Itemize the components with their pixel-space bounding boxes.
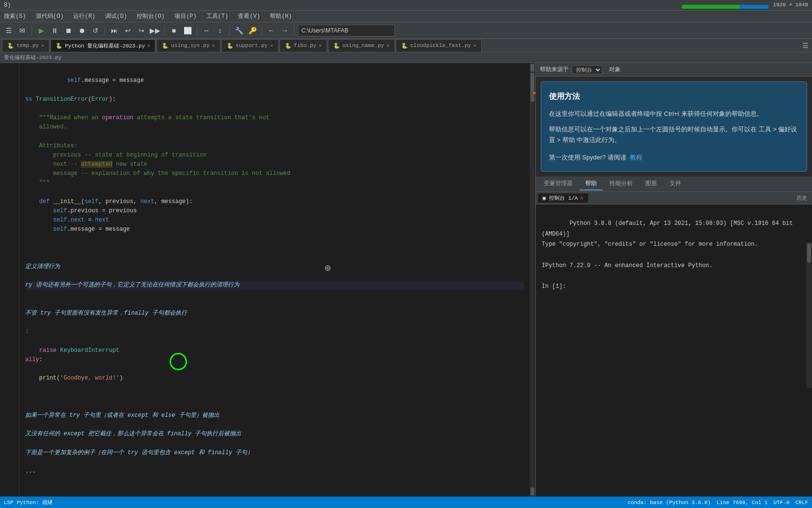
menu-view[interactable]: 查看(V) xyxy=(236,11,262,21)
tab-label-fibo: fibo.py xyxy=(294,43,316,48)
tab-icon-temp: 🐍 xyxy=(7,43,14,49)
tab-using-sys[interactable]: 🐍 using_sys.py ✕ xyxy=(156,39,220,52)
panel-tab-files[interactable]: 文件 xyxy=(664,177,687,190)
console-line5 xyxy=(542,272,545,279)
console-tab-1a[interactable]: ▣ 控制台 1/A ✕ xyxy=(538,193,588,203)
tab-label-temp: temp.py xyxy=(16,43,39,48)
file-path-bar: 量化编程基础-2023.py xyxy=(0,52,812,63)
title-bar: 8) 1920 × 1048 xyxy=(0,0,812,11)
tab-close-uname[interactable]: ✕ xyxy=(387,43,390,48)
panel-tab-varmanager[interactable]: 变量管理器 xyxy=(538,177,578,190)
toolbar: ☰ ✉ ▶ ⏸ ⏹ ⏺ ↺ ⏭ ↩ ↪ ▶▶ ■ ⬜ ↔ ↕ 🔧 🔑 ← → xyxy=(0,22,812,39)
title-text: 8) xyxy=(4,2,11,9)
tab-cloudpickle[interactable]: 🐍 cloudpickle_fast.py ✕ xyxy=(396,39,482,52)
status-encoding: UTF-8 xyxy=(774,500,790,506)
history-button[interactable]: 历史 xyxy=(794,193,810,203)
scroll-thumb[interactable] xyxy=(531,73,534,102)
menu-search[interactable]: 搜索(S) xyxy=(2,11,28,21)
toolbar-sep-2 xyxy=(105,26,105,35)
main-layout: self.message = message ss TransitionErro… xyxy=(0,63,812,496)
toolbar-sep-1 xyxy=(31,26,32,35)
toolbar-back[interactable]: ← xyxy=(265,25,277,36)
path-input[interactable] xyxy=(298,25,395,36)
console-line4: IPython 7.22.0 -- An enhanced Interactiv… xyxy=(542,262,713,269)
help-tutorial-link[interactable]: 教程 xyxy=(630,154,642,161)
right-scroll-thumb[interactable] xyxy=(807,243,811,263)
menu-project[interactable]: 项目(P) xyxy=(172,11,199,21)
term-icon: ▣ xyxy=(543,195,546,201)
toolbar-record-btn[interactable]: ⏺ xyxy=(76,25,88,36)
toolbar-forward[interactable]: → xyxy=(279,25,291,36)
tab-icon-cp: 🐍 xyxy=(401,43,408,49)
tab-support[interactable]: 🐍 support.py ✕ xyxy=(221,39,279,52)
tab-close-support[interactable]: ✕ xyxy=(270,43,273,48)
resolution-text: 1920 × 1048 xyxy=(773,2,808,9)
tab-icon-uname: 🐍 xyxy=(333,43,340,49)
tab-icon-support: 🐍 xyxy=(227,43,234,49)
tab-close-main[interactable]: ✕ xyxy=(147,43,150,48)
tab-close-temp[interactable]: ✕ xyxy=(41,43,44,48)
tab-using-name[interactable]: 🐍 using_name.py ✕ xyxy=(328,39,395,52)
tab-main[interactable]: 🐍 Python 量化编程基础-2023.py ✕ xyxy=(50,39,156,52)
panel-tab-plots[interactable]: 图形 xyxy=(640,177,663,190)
tab-menu-button[interactable]: ☰ xyxy=(800,41,810,50)
tab-close-fibo[interactable]: ✕ xyxy=(319,43,322,48)
toolbar-pause-btn[interactable]: ⏸ xyxy=(49,25,61,36)
menu-tools[interactable]: 工具(T) xyxy=(204,11,231,21)
menu-console[interactable]: 控制台(O) xyxy=(135,11,167,21)
toolbar-clear[interactable]: ⬜ xyxy=(182,25,193,36)
toolbar-step-out[interactable]: ↪ xyxy=(136,25,147,36)
scroll-down-btn[interactable] xyxy=(531,488,534,495)
status-lsp: LSP Python: 就绪 xyxy=(4,499,53,506)
toolbar-stop-debug[interactable]: ■ xyxy=(168,25,180,36)
tab-label-main: Python 量化编程基础-2023.py xyxy=(65,42,145,49)
toolbar-stop-btn[interactable]: ⏹ xyxy=(62,25,74,36)
toolbar-run-btn[interactable]: ▶ xyxy=(35,25,47,36)
right-scrollbar[interactable] xyxy=(806,242,812,388)
right-panel: 帮助来源于 控制台 对象 使用方法 在这里你可以通过在编辑器或者终端中按 Ctr… xyxy=(536,63,812,496)
tab-temp[interactable]: 🐍 temp.py ✕ xyxy=(2,39,49,52)
help-source-select[interactable]: 控制台 xyxy=(572,65,602,74)
help-source-label: 帮助来源于 xyxy=(540,65,569,74)
toolbar-sep-4 xyxy=(197,26,197,35)
console-tabs: ▣ 控制台 1/A ✕ 历史 xyxy=(536,192,812,205)
help-tooltip-title: 使用方法 xyxy=(549,90,799,103)
toolbar-settings[interactable]: 🔧 xyxy=(233,25,245,36)
menu-bar: 搜索(S) 源代码(O) 运行(R) 调试(D) 控制台(O) 项目(P) 工具… xyxy=(0,11,812,22)
toolbar-step-over[interactable]: ⏭ xyxy=(109,25,120,36)
menu-run[interactable]: 运行(R) xyxy=(71,11,97,21)
toolbar-sep-3 xyxy=(164,26,165,35)
toolbar-refresh-btn[interactable]: ↺ xyxy=(90,25,101,36)
menu-help[interactable]: 帮助(H) xyxy=(268,11,294,21)
tab-fibo[interactable]: 🐍 fibo.py ✕ xyxy=(280,39,327,52)
tab-close-cp[interactable]: ✕ xyxy=(473,43,476,48)
editor-area: self.message = message ss TransitionErro… xyxy=(0,63,536,496)
panel-tab-profiler[interactable]: 性能分析 xyxy=(604,177,639,190)
code-editor[interactable]: self.message = message ss TransitionErro… xyxy=(19,63,530,496)
toolbar-list-btn[interactable]: ☰ xyxy=(3,25,15,36)
console-tab-label: ▣ 控制台 1/A xyxy=(543,194,578,202)
menu-debug[interactable]: 调试(D) xyxy=(103,11,129,21)
console-output[interactable]: Python 3.8.8 (default, Apr 13 2021, 15:0… xyxy=(536,205,812,496)
toolbar-continue[interactable]: ▶▶ xyxy=(149,25,161,36)
tab-bar: 🐍 temp.py ✕ 🐍 Python 量化编程基础-2023.py ✕ 🐍 … xyxy=(0,39,812,52)
line-numbers xyxy=(0,63,19,496)
help-tooltip-line2: 帮助信息可以在一个对象之后加上一个左圆括号的时候自动显示。你可以在 工具 > 偏… xyxy=(549,124,799,145)
help-toolbar: 帮助来源于 控制台 对象 xyxy=(536,63,812,77)
editor-scrollbar[interactable] xyxy=(530,63,535,496)
tab-close-usys[interactable]: ✕ xyxy=(212,43,215,48)
toolbar-mail-btn[interactable]: ✉ xyxy=(16,25,28,36)
status-line-col: Line 7699, Col 1 xyxy=(717,500,768,506)
panel-tab-help[interactable]: 帮助 xyxy=(579,177,603,190)
toolbar-sep-7 xyxy=(294,26,295,35)
scroll-up-btn[interactable] xyxy=(531,64,534,72)
toolbar-split-v[interactable]: ↕ xyxy=(214,25,226,36)
toolbar-step-into[interactable]: ↩ xyxy=(122,25,134,36)
console-tab-close[interactable]: ✕ xyxy=(580,194,583,202)
console-line3 xyxy=(542,252,545,258)
tab-icon-usys: 🐍 xyxy=(162,43,169,49)
tab-label-uname: using_name.py xyxy=(343,43,384,48)
menu-source[interactable]: 源代码(O) xyxy=(34,11,66,21)
toolbar-key[interactable]: 🔑 xyxy=(247,25,258,36)
toolbar-split-h[interactable]: ↔ xyxy=(201,25,212,36)
